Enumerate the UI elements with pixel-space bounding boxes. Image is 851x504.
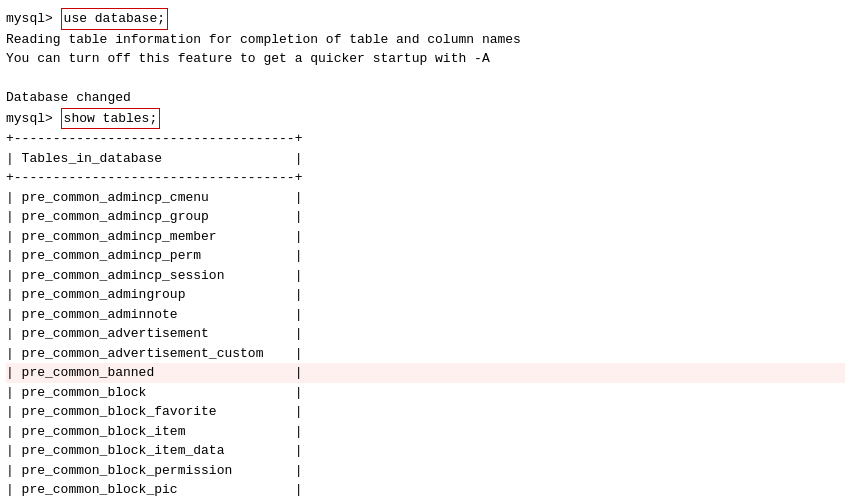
table-rows-container: | pre_common_admincp_cmenu || pre_common… [6, 188, 845, 505]
table-row: | pre_common_admincp_member | [6, 227, 845, 247]
db-changed-text: Database changed [6, 88, 131, 108]
command-line-1: mysql> use database; [6, 8, 845, 30]
border-mid-text: +------------------------------------+ [6, 168, 302, 188]
table-border-mid: +------------------------------------+ [6, 168, 845, 188]
db-changed-line: Database changed [6, 88, 845, 108]
table-row: | pre_common_block_item_data | [6, 441, 845, 461]
table-row: | pre_common_admincp_group | [6, 207, 845, 227]
border-top-text: +------------------------------------+ [6, 129, 302, 149]
empty-line-1 [6, 69, 845, 89]
table-row: | pre_common_advertisement | [6, 324, 845, 344]
table-row: | pre_common_block_style | [6, 500, 845, 505]
table-header: | Tables_in_database | [6, 149, 845, 169]
table-row: | pre_common_admincp_session | [6, 266, 845, 286]
table-row: | pre_common_admincp_cmenu | [6, 188, 845, 208]
table-row: | pre_common_block | [6, 383, 845, 403]
table-row: | pre_common_block_item | [6, 422, 845, 442]
table-border-top: +------------------------------------+ [6, 129, 845, 149]
table-row: | pre_common_adminnote | [6, 305, 845, 325]
prompt-1: mysql> [6, 9, 61, 29]
header-text: | Tables_in_database | [6, 149, 302, 169]
info-text-1: Reading table information for completion… [6, 30, 521, 50]
table-row: | pre_common_admincp_perm | [6, 246, 845, 266]
table-row: | pre_common_block_permission | [6, 461, 845, 481]
table-row: | pre_common_advertisement_custom | [6, 344, 845, 364]
info-line-1: Reading table information for completion… [6, 30, 845, 50]
command-line-2: mysql> show tables; [6, 108, 845, 130]
table-row: | pre_common_block_pic | [6, 480, 845, 500]
command-box-1: use database; [61, 8, 168, 30]
table-row: | pre_common_block_favorite | [6, 402, 845, 422]
table-row: | pre_common_admingroup | [6, 285, 845, 305]
prompt-2: mysql> [6, 109, 61, 129]
command-box-2: show tables; [61, 108, 161, 130]
info-line-2: You can turn off this feature to get a q… [6, 49, 845, 69]
table-row: | pre_common_banned | [6, 363, 845, 383]
info-text-2: You can turn off this feature to get a q… [6, 49, 490, 69]
terminal-window: mysql> use database; Reading table infor… [0, 0, 851, 504]
